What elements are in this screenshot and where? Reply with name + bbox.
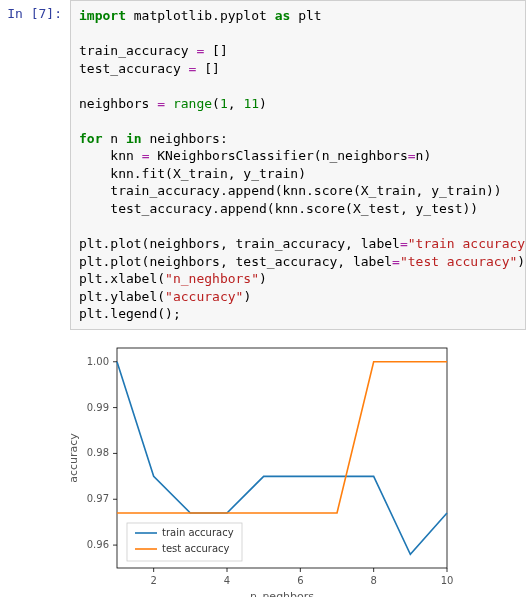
input-prompt: In [7]:	[0, 0, 70, 21]
svg-text:0.99: 0.99	[87, 401, 109, 412]
code-editor[interactable]: import matplotlib.pyplot as plt train_ac…	[70, 0, 526, 330]
svg-text:1.00: 1.00	[87, 356, 109, 367]
svg-text:n_neghbors: n_neghbors	[250, 590, 314, 597]
code-cell: In [7]: import matplotlib.pyplot as plt …	[0, 0, 530, 330]
svg-text:accuracy: accuracy	[67, 433, 80, 483]
svg-text:0.96: 0.96	[87, 539, 109, 550]
svg-text:8: 8	[370, 575, 376, 586]
svg-text:2: 2	[150, 575, 156, 586]
svg-text:test accuracy: test accuracy	[162, 543, 230, 554]
svg-text:0.97: 0.97	[87, 493, 109, 504]
svg-text:6: 6	[297, 575, 303, 586]
output-area: 2468100.960.970.980.991.00n_neghborsaccu…	[62, 338, 530, 597]
line-chart: 2468100.960.970.980.991.00n_neghborsaccu…	[62, 338, 457, 597]
svg-text:4: 4	[224, 575, 230, 586]
svg-text:0.98: 0.98	[87, 447, 109, 458]
svg-text:10: 10	[441, 575, 454, 586]
svg-text:train accuracy: train accuracy	[162, 527, 234, 538]
